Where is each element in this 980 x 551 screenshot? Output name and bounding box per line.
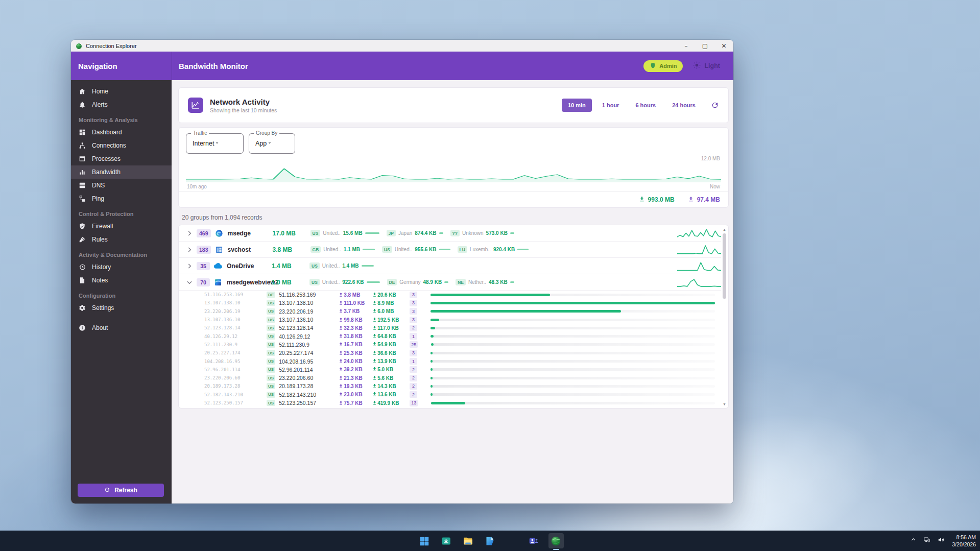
sidebar-item-label: Home (92, 88, 108, 95)
detail-row-13.107.138.10[interactable]: 13.107.138.10 US 13.107.138.10 111.0 KB … (179, 299, 721, 307)
detail-ip: 52.182.143.210 (279, 392, 339, 398)
detail-ip-muted: 40.126.29.12 (204, 334, 267, 339)
taskbar-connection-explorer-app-icon[interactable] (548, 533, 564, 548)
detail-row-52.182.143.210[interactable]: 52.182.143.210 US 52.182.143.210 23.0 KB… (179, 391, 721, 399)
detail-row-20.189.173.28[interactable]: 20.189.173.28 US 20.189.173.28 19.3 KB 1… (179, 382, 721, 390)
detail-row-23.220.206.19[interactable]: 23.220.206.19 US 23.220.206.19 3.7 KB 6.… (179, 307, 721, 316)
tray-network-icon[interactable] (923, 536, 931, 545)
group-row-OneDrive[interactable]: 35 OneDrive 1.4 MB US United.. 1.4 MB (179, 258, 721, 274)
app-window: Connection Explorer – ▢ ✕ Navigation Ban… (71, 40, 733, 504)
theme-toggle[interactable]: Light (693, 61, 720, 70)
detail-upload: 32.3 KB (339, 325, 373, 331)
country-code-badge: US (267, 317, 275, 323)
connections-icon (79, 142, 86, 149)
detail-row-51.116.253.169[interactable]: 51.116.253.169 DE 51.116.253.169 3.8 MB … (179, 291, 721, 299)
detail-download: 192.5 KB (373, 317, 410, 323)
app-sparkline (677, 243, 721, 256)
group-row-msedgewebview2[interactable]: 70 msedgewebview2 1.0 MB US United.. 922… (179, 274, 721, 291)
sidebar-item-rules[interactable]: Rules (71, 233, 172, 246)
titlebar[interactable]: Connection Explorer – ▢ ✕ (71, 40, 733, 52)
app-name: msedgewebview2 (227, 279, 272, 286)
sidebar-refresh-button[interactable]: Refresh (78, 484, 164, 497)
tray-speaker-icon[interactable] (938, 536, 945, 545)
chevron-down-icon[interactable] (186, 279, 193, 286)
country-name: United.. (322, 263, 340, 269)
detail-count-badge: 3 (410, 350, 417, 356)
country-bytes: 955.6 KB (415, 247, 436, 252)
taskbar-mail-icon[interactable] (483, 533, 498, 548)
sidebar-item-history[interactable]: History (71, 260, 172, 274)
group-by-select[interactable]: Group By App (249, 133, 295, 154)
detail-ip: 104.208.16.95 (279, 358, 339, 365)
detail-row-13.107.136.10[interactable]: 13.107.136.10 US 13.107.136.10 99.8 KB 1… (179, 316, 721, 324)
taskbar-file-explorer-icon[interactable] (461, 533, 476, 548)
maximize-button[interactable]: ▢ (696, 40, 714, 52)
taskbar-icons (417, 533, 564, 548)
sidebar-item-dashboard[interactable]: Dashboard (71, 126, 172, 139)
group-row-svchost[interactable]: 183 svchost 3.8 MB GB United.. 1.1 MB US… (179, 242, 721, 258)
detail-usage-bar (431, 402, 715, 404)
minimize-button[interactable]: – (677, 40, 696, 52)
sidebar-item-label: Rules (92, 236, 108, 243)
sidebar-item-about[interactable]: About (71, 321, 172, 334)
detail-row-40.126.29.12[interactable]: 40.126.29.12 US 40.126.29.12 31.8 KB 64.… (179, 332, 721, 340)
detail-ip: 52.96.201.114 (279, 367, 339, 373)
sidebar-nav: HomeAlertsMonitoring & AnalysisDashboard… (71, 80, 172, 334)
sidebar-item-bandwidth[interactable]: Bandwidth (71, 165, 172, 179)
scrollbar-down-arrow[interactable]: ▼ (722, 401, 727, 407)
page-header: Bandwidth Monitor Admin Light (172, 52, 733, 80)
sidebar-item-dns[interactable]: DNS (71, 179, 172, 192)
range-button-6-hours[interactable]: 6 hours (629, 99, 662, 112)
taskbar-clock[interactable]: 8:56 AM 3/20/2026 (952, 534, 976, 548)
sidebar-item-alerts[interactable]: Alerts (71, 98, 172, 111)
taskbar-start-icon[interactable] (417, 533, 432, 548)
range-button-10-min[interactable]: 10 min (562, 99, 592, 112)
tray-chevron-up-icon[interactable] (910, 536, 917, 545)
detail-row-104.208.16.95[interactable]: 104.208.16.95 US 104.208.16.95 24.0 KB 1… (179, 357, 721, 365)
chevron-right-icon[interactable] (186, 262, 193, 270)
mini-download-icon (373, 367, 376, 372)
sidebar-title: Navigation (78, 62, 117, 70)
close-button[interactable]: ✕ (714, 40, 733, 52)
detail-upload: 24.0 KB (339, 358, 373, 364)
group-row-msedge[interactable]: 469 msedge 17.0 MB US United.. 15.6 MB J… (179, 225, 721, 242)
detail-count-badge: 25 (410, 341, 418, 348)
mini-upload-icon (339, 359, 343, 364)
detail-count-badge: 3 (410, 300, 417, 306)
detail-row-52.123.128.14[interactable]: 52.123.128.14 US 52.123.128.14 32.3 KB 1… (179, 324, 721, 332)
sidebar-item-processes[interactable]: Processes (71, 152, 172, 165)
sidebar-item-home[interactable]: Home (71, 85, 172, 98)
sidebar-item-notes[interactable]: Notes (71, 274, 172, 287)
detail-row-23.220.206.60[interactable]: 23.220.206.60 US 23.220.206.60 21.3 KB 5… (179, 374, 721, 382)
chart-refresh-icon[interactable] (711, 101, 719, 109)
taskbar: 8:56 AM 3/20/2026 (0, 531, 980, 551)
detail-row-52.96.201.114[interactable]: 52.96.201.114 US 52.96.201.114 39.2 KB 5… (179, 366, 721, 374)
shield-icon (650, 62, 656, 70)
firewall-icon (79, 223, 86, 230)
scrollbar-thumb[interactable] (723, 233, 726, 299)
sidebar-item-ping[interactable]: Ping (71, 192, 172, 205)
detail-row-20.25.227.174[interactable]: 20.25.227.174 US 20.25.227.174 25.3 KB 3… (179, 349, 721, 357)
app-globe-icon (76, 42, 82, 49)
range-button-1-hour[interactable]: 1 hour (596, 99, 626, 112)
sidebar-item-firewall[interactable]: Firewall (71, 220, 172, 233)
detail-row-52.123.250.157[interactable]: 52.123.250.157 US 52.123.250.157 75.7 KB… (179, 399, 721, 407)
taskbar-teams-icon[interactable] (527, 533, 542, 548)
detail-usage-bar (431, 377, 715, 379)
country-code-badge: US (267, 308, 275, 315)
sidebar-item-settings[interactable]: Settings (71, 301, 172, 315)
taskbar-downloads-folder-icon[interactable] (439, 533, 454, 548)
mini-upload-icon (339, 334, 343, 339)
scrollbar-up-arrow[interactable]: ▲ (722, 226, 727, 232)
traffic-select[interactable]: Traffic Internet (186, 133, 244, 154)
taskbar-edge-browser-icon[interactable] (505, 533, 520, 548)
chevron-right-icon[interactable] (186, 246, 193, 253)
theme-toggle-label: Light (704, 62, 720, 69)
detail-row-52.111.230.9[interactable]: 52.111.230.9 US 52.111.230.9 16.7 KB 54.… (179, 341, 721, 349)
detail-ip: 13.107.138.10 (279, 300, 339, 306)
sidebar-item-connections[interactable]: Connections (71, 139, 172, 152)
range-button-24-hours[interactable]: 24 hours (666, 99, 702, 112)
mini-download-icon (373, 351, 376, 355)
chevron-right-icon[interactable] (186, 230, 193, 237)
table-scrollbar[interactable]: ▲ ▼ (722, 226, 727, 407)
